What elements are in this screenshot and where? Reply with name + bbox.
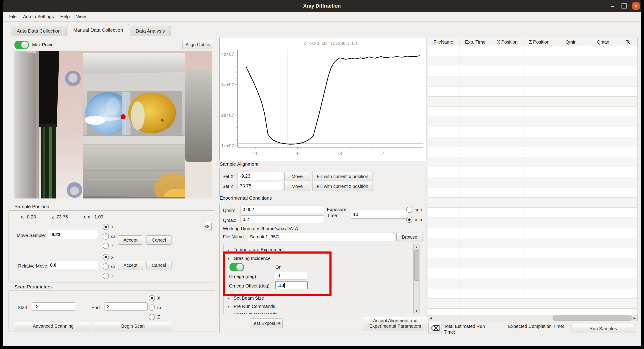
move-sample-cancel-button[interactable]: Cancel — [146, 235, 172, 245]
scan-axis-x-radio[interactable]: X — [149, 295, 160, 301]
browse-button[interactable]: Browse — [396, 232, 423, 242]
table-cell — [555, 107, 587, 117]
scan-start-input[interactable]: -2 — [32, 302, 75, 311]
move-z-button[interactable]: Move — [284, 182, 310, 191]
minimize-button[interactable]: – — [608, 2, 617, 10]
test-exposure-button[interactable]: Test Exposure — [250, 318, 283, 328]
clear-samples-button[interactable]: ⌫ — [428, 322, 442, 334]
run-samples-button[interactable]: Run Samples — [572, 324, 635, 333]
table-row[interactable] — [428, 46, 638, 56]
titlebar[interactable]: Xray Diffraction – ✕ — [3, 0, 641, 12]
samples-table[interactable] — [428, 46, 638, 314]
table-row[interactable] — [428, 278, 638, 288]
column-header-qmin[interactable]: Qmin — [555, 38, 587, 46]
set-x-input[interactable]: -9.23 — [238, 172, 283, 180]
relative-move-cancel-button[interactable]: Cancel — [146, 261, 172, 270]
menu-item-admin-settings[interactable]: Admin Settings — [23, 14, 54, 19]
menu-item-help[interactable]: Help — [60, 14, 70, 19]
exposure-min-radio[interactable]: min — [406, 217, 422, 223]
exposure-sec-radio[interactable]: sec — [406, 207, 422, 213]
relative-move-accept-button[interactable]: Accept — [118, 261, 143, 270]
column-header-te[interactable]: Te — [619, 38, 638, 46]
scroll-down-icon[interactable]: ▼ — [414, 308, 420, 314]
file-name-input[interactable]: Sample1_35C — [248, 232, 394, 241]
table-row[interactable] — [428, 157, 638, 167]
move-sample-accept-button[interactable]: Accept — [118, 235, 143, 245]
close-button[interactable]: ✕ — [632, 2, 640, 10]
sections-scrollbar[interactable]: ▲ ▼ — [413, 244, 420, 314]
section-pre-run-commands[interactable]: ▸Pre Run Commands — [228, 304, 275, 309]
samples-hscrollbar[interactable]: ◀ ▶ — [428, 315, 638, 321]
tab-auto-data-collection[interactable]: Auto Data Collection — [11, 26, 66, 36]
move-x-button[interactable]: Move — [284, 172, 310, 181]
column-header-filename[interactable]: FileName — [428, 38, 460, 46]
scroll-up-icon[interactable]: ▲ — [414, 244, 420, 250]
set-z-input[interactable]: 73.75 — [238, 182, 283, 190]
section-set-beam-size[interactable]: ▸Set Beam Size — [228, 295, 264, 301]
table-row[interactable] — [428, 147, 638, 157]
scrollbar-thumb[interactable] — [414, 250, 419, 281]
move-sample-axis-omega-radio[interactable]: ω — [103, 233, 115, 240]
scroll-right-icon[interactable]: ▶ — [632, 315, 637, 321]
accept-alignment-button[interactable]: Accept Alignment and Experimental Parame… — [363, 316, 427, 330]
table-row[interactable] — [428, 258, 638, 268]
table-row[interactable] — [428, 248, 638, 258]
table-row[interactable] — [428, 309, 638, 314]
column-header-z-position[interactable]: Z Position — [524, 38, 555, 46]
relative-move-input[interactable]: 0.0 — [48, 261, 98, 269]
relative-move-axis-omega-radio[interactable]: ω — [103, 263, 115, 270]
table-row[interactable] — [428, 97, 638, 107]
table-row[interactable] — [428, 137, 638, 147]
table-row[interactable] — [428, 66, 638, 76]
qmax-input[interactable]: 0.2 — [240, 215, 324, 223]
table-row[interactable] — [428, 56, 638, 66]
table-row[interactable] — [428, 288, 638, 298]
table-row[interactable] — [428, 177, 638, 187]
table-row[interactable] — [428, 117, 638, 127]
scan-axis-omega-radio[interactable]: ω — [149, 304, 161, 311]
table-row[interactable] — [428, 208, 638, 218]
column-header-x-position[interactable]: X Position — [491, 38, 524, 46]
table-cell — [491, 167, 524, 177]
table-row[interactable] — [428, 167, 638, 177]
table-row[interactable] — [428, 87, 638, 97]
max-power-toggle[interactable] — [14, 41, 29, 49]
scan-axis-z-radio[interactable]: Z — [149, 314, 160, 320]
column-header-exp-time[interactable]: Exp. Time — [460, 38, 491, 46]
toggle-knob — [21, 41, 28, 49]
scrollbar-thumb[interactable] — [554, 315, 632, 320]
refresh-position-button[interactable]: ⟳ — [203, 222, 212, 231]
column-header-qmax[interactable]: Qmax — [587, 38, 619, 46]
table-row[interactable] — [428, 198, 638, 208]
menu-item-view[interactable]: View — [76, 14, 86, 19]
scan-end-input[interactable]: 2 — [104, 302, 148, 311]
table-row[interactable] — [428, 218, 638, 228]
advanced-scanning-button[interactable]: Advanced Scanning — [14, 322, 92, 330]
tab-manual-data-collection[interactable]: Manual Data Collection — [67, 24, 129, 36]
table-row[interactable] — [428, 268, 638, 278]
exposure-time-input[interactable]: 10 — [351, 210, 408, 219]
scroll-left-icon[interactable]: ◀ — [428, 315, 433, 321]
table-row[interactable] — [428, 76, 638, 87]
table-row[interactable] — [428, 298, 638, 309]
fill-z-button[interactable]: Fill with current z position — [312, 182, 373, 191]
table-row[interactable] — [428, 187, 638, 198]
relative-move-axis-x-radio[interactable]: x — [103, 254, 114, 260]
menu-item-file[interactable]: File — [9, 14, 16, 19]
begin-scan-button[interactable]: Begin Scan — [94, 322, 172, 330]
table-row[interactable] — [428, 238, 638, 248]
section-post-run-commands[interactable]: ▸Post Run Commands — [228, 312, 277, 314]
fill-x-button[interactable]: Fill with current x position — [312, 172, 373, 181]
move-sample-input[interactable]: -8.23 — [48, 230, 98, 239]
move-sample-axis-x-radio[interactable]: x — [103, 224, 114, 230]
maximize-button[interactable] — [620, 2, 628, 10]
table-row[interactable] — [428, 107, 638, 117]
move-sample-axis-z-radio[interactable]: z — [103, 243, 114, 249]
tab-data-analysis[interactable]: Data Analysis — [130, 26, 171, 36]
align-optics-button[interactable]: Align Optics — [182, 40, 213, 49]
relative-move-axis-z-radio[interactable]: z — [103, 273, 114, 279]
qmin-input[interactable]: 0.002 — [240, 206, 324, 213]
table-row[interactable] — [428, 228, 638, 238]
table-row[interactable] — [428, 127, 638, 137]
table-cell — [460, 87, 491, 97]
